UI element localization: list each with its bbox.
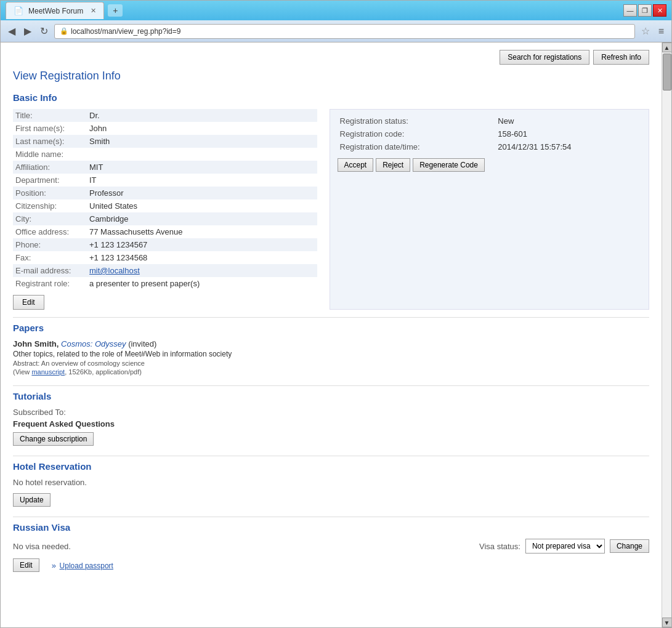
field-value: Dr. [87,109,317,122]
field-label: Title: [13,109,87,122]
field-value [87,148,317,161]
visa-title: Russian Visa [13,522,649,533]
accept-button[interactable]: Accept [338,158,374,172]
forward-button[interactable]: ▶ [22,24,34,38]
tutorials-section: Tutorials Subscribed To: Frequent Asked … [13,391,649,446]
paper-topic: Other topics, related to the role of Mee… [13,350,649,358]
manuscript-link[interactable]: manuscript [31,368,65,376]
view-suffix: , 1526Kb, application/pdf) [65,368,142,376]
visa-change-button[interactable]: Change [610,539,649,553]
upload-link[interactable]: Upload passport [60,562,113,570]
field-label: Middle name: [13,148,87,161]
no-hotel-text: No hotel reservation. [13,478,649,487]
papers-section: Papers John Smith, Cosmos: Odyssey (invi… [13,323,649,376]
table-row: Registration date/time: 2014/12/31 15:57… [338,140,642,153]
back-button[interactable]: ◀ [6,24,18,38]
upload-passport-link[interactable]: » Upload passport [52,561,113,570]
browser-tab[interactable]: 📄 MeetWeb Forum ✕ [6,2,104,19]
field-label: Position: [13,187,87,199]
reg-value: New [495,115,641,127]
paper-author: John Smith, [13,339,59,348]
reg-label: Registration date/time: [338,140,496,153]
field-label: Citizenship: [13,199,87,212]
field-label: First name(s): [13,122,87,135]
search-registrations-button[interactable]: Search for registations [500,50,589,65]
refresh-info-button[interactable]: Refresh info [593,50,649,65]
table-row: Last name(s): Smith [13,135,317,148]
field-value: a presenter to present paper(s) [87,277,317,290]
papers-title: Papers [13,323,649,333]
table-row: First name(s): John [13,122,317,135]
tutorials-title: Tutorials [13,391,649,401]
basic-info-edit-button[interactable]: Edit [13,295,44,310]
abstract-label: Abstract: [13,360,39,367]
table-row: Title: Dr. [13,109,317,122]
scroll-down-button[interactable]: ▼ [662,618,672,627]
hotel-update-button[interactable]: Update [13,493,51,507]
page-content: Search for registations Refresh info Vie… [1,42,671,627]
paper-invited: (invited) [128,339,156,348]
field-label: Last name(s): [13,135,87,148]
table-row: Position: Professor [13,187,317,199]
table-row: Office address: 77 Massachusetts Avenue [13,225,317,238]
field-label: Office address: [13,225,87,238]
visa-bottom-row: Edit » Upload passport [13,558,649,572]
basic-info-title: Basic Info [13,92,649,103]
nav-bar: ◀ ▶ ↻ 🔒 localhost/man/view_reg.php?id=9 … [1,20,671,42]
view-prefix: (View [13,368,31,376]
field-value: +1 123 1234567 [87,238,317,251]
regenerate-code-button[interactable]: Regenerate Code [413,158,485,172]
email-link[interactable]: mit@localhost [89,266,140,275]
visa-status-select[interactable]: Not prepared visa Prepared Issued [525,539,605,554]
close-button[interactable]: ✕ [653,4,666,17]
paper-header: John Smith, Cosmos: Odyssey (invited) [13,339,649,348]
field-label: City: [13,212,87,225]
url-bar[interactable]: 🔒 localhost/man/view_reg.php?id=9 [54,24,635,39]
field-value: John [87,122,317,135]
header-buttons: Search for registations Refresh info [13,50,649,65]
field-label: E-mail address: [13,264,87,277]
window-controls: — ❐ ✕ [623,4,666,17]
divider-hotel [13,456,649,456]
tab-close-btn[interactable]: ✕ [91,7,96,15]
abstract-text: An overview of cosmology science [41,360,145,367]
title-bar: 📄 MeetWeb Forum ✕ + — ❐ ✕ [1,1,671,20]
change-subscription-button[interactable]: Change subscription [13,432,94,446]
main-content: Search for registations Refresh info Vie… [1,42,662,627]
divider-tutorials [13,385,649,386]
reg-value: 158-601 [495,127,641,140]
hotel-title: Hotel Reservation [13,461,649,472]
field-value: +1 123 1234568 [87,251,317,264]
table-row: Registrant role: a presenter to present … [13,277,317,290]
scroll-up-button[interactable]: ▲ [662,42,672,52]
field-value: mit@localhost [87,264,317,277]
field-value: Professor [87,187,317,199]
field-value: Smith [87,135,317,148]
paper-abstract: Abstract: An overview of cosmology scien… [13,360,649,367]
refresh-button[interactable]: ↻ [38,24,51,38]
person-details: Title: Dr. First name(s): John Last name… [13,109,317,310]
table-row: E-mail address: mit@localhost [13,264,317,277]
scroll-thumb[interactable] [663,54,671,91]
visa-edit-button[interactable]: Edit [13,558,39,572]
divider-papers [13,317,649,318]
no-visa-text: No visa needed. [13,542,71,551]
registration-details: Registration status: New Registration co… [330,109,650,310]
field-value: IT [87,174,317,187]
person-table: Title: Dr. First name(s): John Last name… [13,109,317,290]
table-row: Phone: +1 123 1234567 [13,238,317,251]
field-label: Registrant role: [13,277,87,290]
reject-button[interactable]: Reject [376,158,410,172]
visa-section: Russian Visa No visa needed. Visa status… [13,522,649,572]
new-tab-button[interactable]: + [108,4,123,17]
restore-button[interactable]: ❐ [638,4,652,17]
table-row: Registration status: New [338,115,642,127]
minimize-button[interactable]: — [623,4,637,17]
basic-info-content: Title: Dr. First name(s): John Last name… [13,109,649,310]
menu-button[interactable]: ≡ [656,26,666,37]
scrollbar[interactable]: ▲ ▼ [662,42,671,627]
bookmark-button[interactable]: ☆ [639,25,652,37]
page-title: View Registration Info [13,70,649,83]
table-row: Department: IT [13,174,317,187]
paper-title: Cosmos: Odyssey [61,339,126,348]
